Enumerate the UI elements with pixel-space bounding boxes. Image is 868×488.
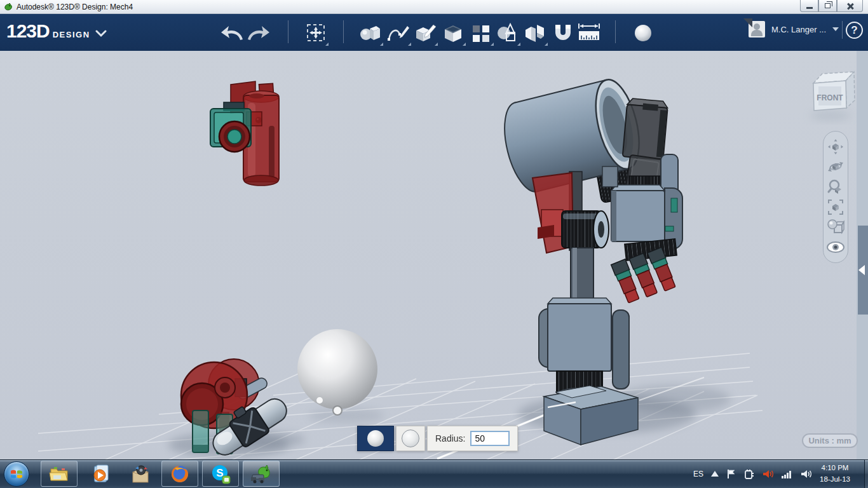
viewport-3d[interactable]: FRONT	[0, 51, 868, 459]
combine-tool-button[interactable]	[494, 20, 522, 46]
network-signal-icon[interactable]	[782, 470, 793, 478]
fit-view-button[interactable]	[826, 198, 845, 216]
taskbar-skype-button[interactable]: S	[202, 461, 239, 487]
app-logo[interactable]: 123D DESIGN	[6, 20, 107, 42]
primitives-tool-button[interactable]	[356, 20, 384, 46]
help-button[interactable]: ?	[846, 22, 863, 39]
orbit-button[interactable]	[826, 158, 845, 175]
start-button[interactable]	[4, 461, 29, 487]
clock-time: 4:10 PM	[820, 463, 850, 473]
panel-expand-handle[interactable]	[858, 226, 868, 315]
power-plug-icon[interactable]	[744, 469, 755, 479]
measure-tool-button[interactable]	[575, 20, 603, 46]
redo-button[interactable]	[245, 20, 273, 46]
windows-logo-icon	[10, 467, 24, 481]
dropdown-indicator	[380, 43, 383, 46]
modify-tool-button[interactable]	[439, 20, 467, 46]
hollow-sphere-button[interactable]	[396, 426, 425, 451]
units-indicator: Units : mm	[802, 433, 858, 448]
minimize-button[interactable]	[800, 0, 818, 12]
help-label: ?	[851, 24, 857, 37]
shaded-view-button[interactable]	[826, 218, 845, 236]
orbit-icon	[827, 158, 844, 175]
123d-design-icon	[250, 464, 273, 484]
visibility-button[interactable]	[826, 238, 845, 256]
account-menu[interactable]: M.C. Langer ...	[749, 21, 839, 37]
minimize-icon	[806, 7, 813, 9]
red-canister-with-camera[interactable]	[210, 81, 279, 186]
construct-icon	[413, 23, 437, 43]
pan-button[interactable]	[826, 138, 845, 156]
scene-canvas: FRONT	[0, 51, 868, 459]
taskbar-firefox-button[interactable]	[161, 461, 198, 487]
taskbar-box-app-button[interactable]	[122, 461, 159, 487]
sphere-current-tool-button[interactable]	[629, 20, 657, 46]
hollow-sphere-icon	[402, 430, 419, 447]
view-cube-front-label: FRONT	[817, 93, 843, 102]
show-desktop-button[interactable]	[864, 459, 868, 488]
primitives-icon	[358, 23, 383, 43]
window-title: Autodesk® 123D® Design: Mech4	[17, 3, 133, 11]
action-center-flag-icon[interactable]	[726, 469, 736, 479]
taskbar-explorer-button[interactable]	[41, 461, 78, 487]
redo-icon	[247, 24, 271, 42]
window-titlebar: Autodesk® 123D® Design: Mech4	[0, 0, 868, 14]
skype-icon: S	[210, 464, 231, 484]
logo-design: DESIGN	[53, 30, 90, 39]
volume-icon[interactable]	[801, 469, 812, 479]
language-indicator[interactable]: ES	[693, 470, 703, 478]
dropdown-indicator	[325, 43, 329, 46]
restore-button[interactable]	[818, 0, 837, 12]
toolbar-separator	[615, 20, 616, 43]
construct-tool-button[interactable]	[411, 20, 439, 46]
media-player-icon	[90, 464, 110, 484]
avatar	[749, 21, 765, 37]
undo-button[interactable]	[218, 20, 246, 46]
close-button[interactable]	[837, 0, 863, 12]
measure-ruler-icon	[576, 22, 602, 44]
volume-alert-icon[interactable]	[763, 469, 774, 479]
dropdown-indicator	[435, 43, 438, 46]
snap-magnet-icon	[552, 22, 574, 44]
close-icon	[846, 3, 853, 10]
radius-input[interactable]	[470, 431, 510, 446]
split-tool-button[interactable]	[521, 20, 549, 46]
account-chevron-down-icon	[832, 27, 839, 31]
fit-view-icon	[827, 199, 844, 215]
clock-date: 18-Jul-13	[820, 474, 850, 485]
solid-sphere-button[interactable]	[357, 426, 394, 451]
arrow-left-icon	[858, 265, 865, 275]
hidden-icons-chevron-icon[interactable]	[711, 471, 719, 477]
view-cube[interactable]: FRONT	[810, 72, 855, 120]
taskbar-clock[interactable]: 4:10 PM 18-Jul-13	[820, 463, 850, 485]
view-navigation-bar	[823, 131, 848, 263]
window-controls	[800, 0, 863, 12]
system-tray: ES 4:10 PM 18-Jul-13	[693, 459, 868, 488]
sketch-icon	[386, 23, 410, 43]
toolbar-separator	[842, 21, 843, 39]
split-icon	[523, 22, 547, 44]
shaded-view-icon	[827, 219, 844, 235]
pattern-tool-button[interactable]	[467, 20, 495, 46]
explorer-folder-icon	[49, 465, 69, 483]
box-app-icon	[130, 464, 151, 484]
pan-icon	[827, 139, 844, 155]
sphere-anchor-point	[333, 406, 342, 415]
account-name: M.C. Langer ...	[771, 25, 826, 34]
sphere-tool-icon	[634, 24, 653, 43]
logo-chevron-down-icon	[95, 30, 107, 37]
logo-123d: 123D	[6, 20, 50, 42]
snap-tool-button[interactable]	[549, 20, 577, 46]
zoom-button[interactable]	[826, 178, 845, 196]
app-window-icon	[4, 3, 13, 11]
taskbar-media-player-button[interactable]	[81, 461, 118, 487]
radius-label: Radius:	[435, 433, 465, 444]
transform-tool-button[interactable]	[302, 20, 330, 46]
solid-sphere-icon	[367, 430, 384, 447]
toolbar-separator	[343, 20, 344, 43]
taskbar-123d-design-button[interactable]	[243, 461, 280, 487]
radius-field-group: Radius:	[427, 426, 518, 451]
toolbar-separator	[288, 20, 288, 43]
pattern-icon	[470, 23, 492, 43]
sketch-tool-button[interactable]	[384, 20, 412, 46]
